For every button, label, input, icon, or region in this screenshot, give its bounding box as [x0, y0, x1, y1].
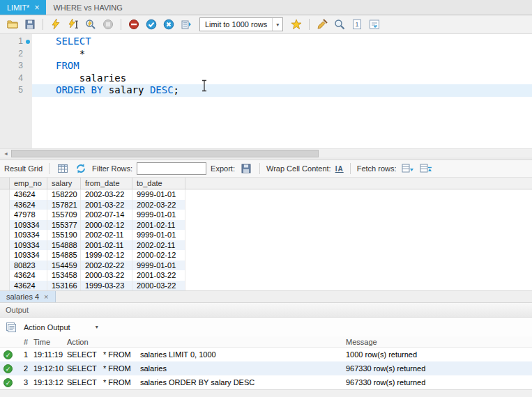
code-line-current[interactable]: ORDER BY salary DESC;: [32, 84, 532, 97]
grid-cell[interactable]: 153458: [47, 270, 81, 281]
grid-cell[interactable]: 9999-01-01: [132, 210, 185, 220]
result-row[interactable]: 436241582202002-03-229999-01-01: [0, 189, 532, 200]
save-snippet-icon[interactable]: [289, 17, 303, 31]
scrollbar-thumb[interactable]: [11, 150, 319, 157]
grid-cell[interactable]: 154885: [47, 250, 81, 260]
filter-rows-input[interactable]: [137, 162, 206, 175]
column-header-salary[interactable]: salary: [47, 178, 81, 189]
grid-cell[interactable]: 2001-02-11: [81, 240, 132, 251]
row-selector[interactable]: [0, 240, 10, 251]
grid-cell[interactable]: 2001-02-11: [132, 220, 185, 231]
grid-cell[interactable]: 2002-03-22: [81, 189, 132, 200]
code-line[interactable]: *: [32, 48, 532, 61]
row-selector[interactable]: [0, 281, 10, 291]
grid-cell[interactable]: 2002-03-22: [132, 200, 185, 210]
grid-cell[interactable]: 154459: [47, 260, 81, 271]
refresh-icon[interactable]: [74, 162, 88, 176]
grid-cell[interactable]: 2000-03-22: [81, 270, 132, 281]
grid-cell[interactable]: 2001-03-22: [132, 270, 185, 281]
grid-cell[interactable]: 2002-07-14: [81, 210, 132, 220]
column-header-message[interactable]: Message: [346, 338, 532, 346]
execute-current-statement-icon[interactable]: [66, 17, 80, 31]
stop-icon[interactable]: [101, 17, 115, 31]
sql-editor[interactable]: 1 2 3 4 5 SELECT * FROM salaries ORDER B…: [0, 34, 532, 148]
grid-cell[interactable]: 2000-03-22: [132, 281, 185, 291]
close-icon[interactable]: ×: [44, 293, 48, 301]
grid-cell[interactable]: 43624: [10, 270, 47, 281]
grid-cell[interactable]: 155709: [47, 210, 81, 220]
result-tab-salaries-4[interactable]: salaries 4 ×: [0, 291, 56, 302]
beautify-icon[interactable]: [315, 17, 329, 31]
grid-cell[interactable]: 153166: [47, 281, 81, 291]
save-script-icon[interactable]: [23, 17, 37, 31]
stop-on-error-icon[interactable]: [127, 17, 141, 31]
invisible-characters-icon[interactable]: 1: [350, 17, 364, 31]
result-row[interactable]: 808231544592002-02-229999-01-01: [0, 260, 532, 271]
grid-cell[interactable]: 109334: [10, 250, 47, 260]
rollback-icon[interactable]: [162, 17, 176, 31]
limit-rows-dropdown[interactable]: Limit to 1000 rows ▾: [199, 17, 283, 31]
row-selector[interactable]: [0, 230, 10, 240]
result-row[interactable]: 436241531661999-03-232000-03-22: [0, 281, 532, 291]
grid-cell[interactable]: 109334: [10, 220, 47, 231]
column-header-to-date[interactable]: to_date: [132, 178, 185, 189]
fetch-all-icon[interactable]: [419, 162, 433, 176]
wrap-cell-content-icon[interactable]: IA: [335, 165, 344, 173]
grid-cell[interactable]: 9999-01-01: [132, 230, 185, 240]
grid-cell[interactable]: 43624: [10, 281, 47, 291]
row-selector-header[interactable]: [0, 178, 10, 189]
column-header-action[interactable]: Action: [67, 338, 103, 346]
code-line[interactable]: salaries: [32, 72, 532, 85]
export-icon[interactable]: [239, 162, 253, 176]
result-row[interactable]: 479781557092002-07-149999-01-01: [0, 210, 532, 220]
output-row[interactable]: ✓ 1 19:11:19 SELECT * FROM salaries LIMI…: [0, 348, 532, 361]
grid-cell[interactable]: 155377: [47, 220, 81, 231]
grid-cell[interactable]: 1999-02-12: [81, 250, 132, 260]
grid-cell[interactable]: 9999-01-01: [132, 260, 185, 271]
wrap-text-icon[interactable]: [367, 17, 381, 31]
commit-icon[interactable]: [144, 17, 158, 31]
row-selector[interactable]: [0, 200, 10, 210]
find-icon[interactable]: [333, 17, 347, 31]
result-row[interactable]: 436241578212001-03-222002-03-22: [0, 200, 532, 210]
result-row[interactable]: 1093341548851999-02-122000-02-12: [0, 250, 532, 260]
column-header-index[interactable]: #: [18, 338, 28, 346]
result-row[interactable]: 1093341553772000-02-122001-02-11: [0, 220, 532, 231]
grid-cell[interactable]: 43624: [10, 189, 47, 200]
grid-cell[interactable]: 80823: [10, 260, 47, 271]
grid-cell[interactable]: 2002-02-11: [132, 240, 185, 251]
row-selector[interactable]: [0, 260, 10, 271]
grid-cell[interactable]: 109334: [10, 240, 47, 251]
editor-horizontal-scrollbar[interactable]: ◄: [0, 148, 532, 157]
code-line[interactable]: SELECT: [32, 36, 532, 48]
grid-cell[interactable]: 47978: [10, 210, 47, 220]
grid-cell[interactable]: 2000-02-12: [81, 220, 132, 231]
grid-cell[interactable]: 2002-02-11: [81, 230, 132, 240]
tab-where-vs-having[interactable]: WHERE vs HAVING: [46, 0, 129, 15]
bottom-scrollbar-strip[interactable]: [0, 389, 532, 397]
grid-view-icon[interactable]: [56, 162, 70, 176]
grid-cell[interactable]: 154888: [47, 240, 81, 251]
column-header-emp-no[interactable]: emp_no: [10, 178, 47, 189]
grid-cell[interactable]: 157821: [47, 200, 81, 210]
explain-icon[interactable]: [84, 17, 98, 31]
result-row[interactable]: 1093341548882001-02-112002-02-11: [0, 240, 532, 251]
row-selector[interactable]: [0, 189, 10, 200]
grid-cell[interactable]: 1999-03-23: [81, 281, 132, 291]
grid-cell[interactable]: 9999-01-01: [132, 189, 185, 200]
grid-cell[interactable]: 2000-02-12: [132, 250, 185, 260]
grid-cell[interactable]: 158220: [47, 189, 81, 200]
grid-cell[interactable]: 109334: [10, 230, 47, 240]
open-script-icon[interactable]: [6, 17, 20, 31]
row-selector[interactable]: [0, 210, 10, 220]
row-selector[interactable]: [0, 270, 10, 281]
row-selector[interactable]: [0, 250, 10, 260]
grid-cell[interactable]: 43624: [10, 200, 47, 210]
toggle-autocommit-icon[interactable]: [179, 17, 193, 31]
column-header-time[interactable]: Time: [28, 338, 67, 346]
grid-cell[interactable]: 155190: [47, 230, 81, 240]
execute-icon[interactable]: [49, 17, 63, 31]
tab-limit[interactable]: LIMIT* ×: [0, 0, 46, 15]
row-selector[interactable]: [0, 220, 10, 231]
output-view-dropdown[interactable]: Action Output ▾: [24, 323, 98, 332]
